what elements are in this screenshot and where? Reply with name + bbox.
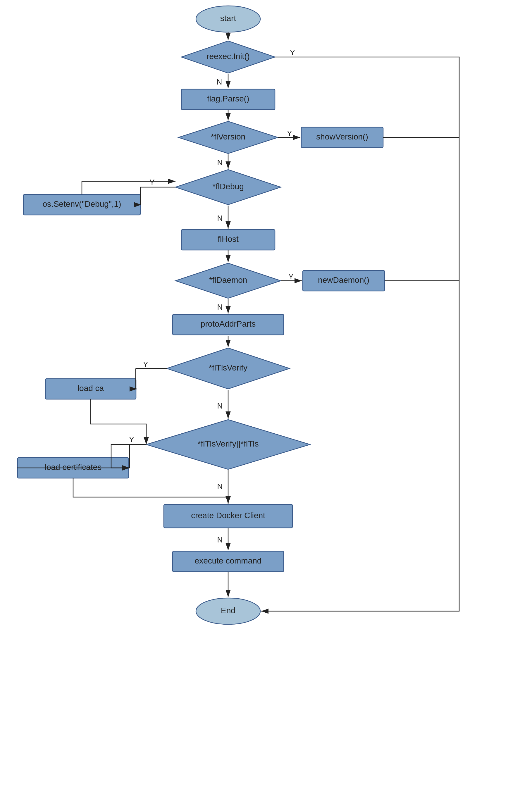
flhost-label: flHost — [217, 234, 239, 244]
loadca-label: load ca — [77, 384, 104, 393]
label-reexec-y: Y — [290, 48, 295, 57]
label-fltlsortls-n: N — [217, 482, 223, 491]
label-flversion-y: Y — [287, 129, 292, 138]
label-reexec-n: N — [217, 77, 222, 86]
label-fldebug-y: Y — [149, 178, 154, 187]
start-label: start — [220, 14, 236, 23]
reexec-label: reexec.Init() — [207, 52, 250, 61]
label-fldaemon-y: Y — [288, 272, 293, 281]
fltlsverify-label: *flTlsVerify — [209, 363, 247, 372]
label-flversion-n: N — [217, 158, 223, 167]
newdaemon-label: newDaemon() — [318, 275, 369, 285]
label-fldebug-n: N — [217, 214, 223, 223]
label-fldaemon-n: N — [217, 303, 223, 311]
label-fltlsverify-n: N — [217, 402, 223, 410]
createdockerclient-label: create Docker Client — [191, 511, 265, 520]
protoaddrparts-label: protoAddrParts — [201, 319, 255, 328]
showversion-label: showVersion() — [316, 132, 368, 141]
arrow-ossetenv-loop — [82, 181, 175, 194]
arrow-loadca-continue — [91, 399, 146, 444]
flagparse-label: flag.Parse() — [207, 94, 249, 103]
fldaemon-label: *flDaemon — [209, 275, 247, 285]
fldebug-label: *flDebug — [212, 182, 244, 191]
label-createdockerclient-n: N — [217, 535, 223, 544]
arrow-loadcert-continue — [73, 478, 228, 503]
executecommand-label: execute command — [195, 556, 262, 565]
loadcert-label: load certificates — [45, 463, 102, 472]
ossetenv-label: os.Setenv("Debug",1) — [43, 199, 121, 209]
end-label: End — [221, 606, 235, 615]
flversion-label: *flVersion — [211, 132, 245, 141]
label-fltlsortls-y: Y — [129, 435, 134, 444]
label-fltlsverify-y: Y — [143, 360, 148, 369]
fltlsverifyortls-label: *flTlsVerify||*flTls — [197, 439, 259, 448]
flowchart-diagram: start reexec.Init() flag.Parse() *flVers… — [0, 0, 532, 803]
